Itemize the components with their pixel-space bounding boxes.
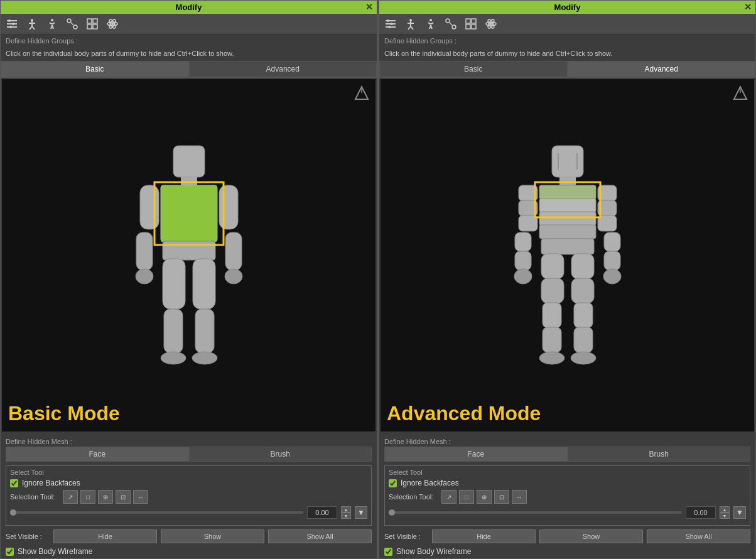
right-sel-btn-4[interactable]: ⊡ [494,490,509,504]
toolbar-morph-icon[interactable] [65,16,80,31]
svg-rect-91 [571,278,594,303]
svg-rect-93 [543,327,561,352]
toolbar-sliders-icon[interactable] [4,16,19,31]
right-show-btn[interactable]: Show [539,529,643,543]
left-wireframe-checkbox[interactable] [6,548,14,556]
right-close-button[interactable]: ✕ [744,2,752,12]
right-toolbar-atom-icon[interactable] [483,16,499,31]
left-sel-btn-4[interactable]: ⊡ [116,490,131,504]
right-ignore-backfaces-checkbox[interactable] [389,479,397,487]
right-arrow-down[interactable]: ▼ [733,506,746,519]
left-show-all-btn[interactable]: Show All [268,529,372,543]
right-sel-btn-2[interactable]: □ [459,490,474,504]
left-close-button[interactable]: ✕ [365,2,373,12]
left-slider[interactable] [10,511,303,514]
left-selection-tool-label: Selection Tool: [10,493,60,501]
right-wireframe-checkbox[interactable] [384,548,392,556]
svg-rect-89 [541,278,564,303]
left-sel-btn-5[interactable]: ↔ [133,490,148,504]
svg-point-47 [391,23,393,25]
right-toolbar-morph-icon[interactable] [443,16,458,31]
left-instruction: Click on the individual body parts of du… [1,47,377,61]
svg-rect-70 [559,176,576,185]
svg-point-38 [161,352,186,364]
right-brush-tab[interactable]: Brush [568,447,751,462]
svg-rect-88 [541,254,564,279]
left-spin-down[interactable]: ▼ [341,513,351,519]
right-toolbar-sliders-icon[interactable] [383,16,398,31]
right-sel-btn-1[interactable]: ↗ [441,490,456,504]
right-selection-tool-label: Selection Tool: [389,493,439,501]
right-sel-btn-5[interactable]: ↔ [512,490,527,504]
left-spin-up[interactable]: ▲ [341,506,351,513]
right-tab-advanced[interactable]: Advanced [568,61,756,77]
svg-rect-36 [164,309,183,353]
left-show-btn[interactable]: Show [161,529,264,543]
right-spin-down[interactable]: ▼ [720,513,730,519]
svg-rect-95 [574,327,593,352]
right-toolbar-pose-icon[interactable] [423,16,438,31]
svg-rect-37 [195,309,214,353]
left-hide-btn[interactable]: Hide [53,529,157,543]
left-select-tool-title: Select Tool [10,469,367,476]
left-ignore-backfaces-row: Ignore Backfaces [10,479,367,487]
svg-rect-90 [571,254,594,279]
right-toolbar-figure-icon[interactable] [403,16,418,31]
left-tab-advanced[interactable]: Advanced [189,61,377,77]
right-sel-btn-3[interactable]: ⊕ [477,490,492,504]
right-value-box: 0.00 [686,506,716,519]
left-title-bar: Modify ✕ [1,1,377,14]
left-panel: Modify ✕ Define Hidden Groups : Click on… [0,0,377,559]
left-tab-basic[interactable]: Basic [1,61,189,77]
svg-point-15 [73,25,77,29]
svg-rect-28 [219,185,238,229]
right-dummy-figure [499,139,637,372]
right-spin-up[interactable]: ▲ [720,506,730,513]
left-title: Modify [176,3,202,12]
right-toolbar-texture-icon[interactable] [463,16,478,31]
svg-rect-84 [604,251,620,270]
left-view-tabs: Basic Advanced [1,61,377,78]
svg-rect-72 [539,198,596,212]
svg-rect-35 [193,259,215,309]
svg-rect-73 [539,212,596,225]
right-ignore-backfaces-label: Ignore Backfaces [401,479,459,487]
left-arrow-down[interactable]: ▼ [355,506,367,519]
svg-rect-82 [515,251,531,270]
left-brush-tab[interactable]: Brush [189,447,372,462]
right-face-tab[interactable]: Face [384,447,568,462]
right-hide-btn[interactable]: Hide [432,529,536,543]
svg-rect-67 [552,146,583,177]
svg-point-85 [514,269,532,284]
svg-rect-27 [140,185,159,229]
svg-point-5 [9,26,12,28]
toolbar-figure-icon[interactable] [24,16,40,31]
right-selection-tool-row: Selection Tool: ↗ □ ⊕ ⊡ ↔ [389,490,746,504]
left-sel-btn-1[interactable]: ↗ [63,490,78,504]
left-bottom-panel: Define Hidden Mesh : Face Brush Select T… [1,433,377,558]
left-ignore-backfaces-checkbox[interactable] [10,479,18,487]
toolbar-atom-icon[interactable] [105,16,120,31]
right-show-all-btn[interactable]: Show All [647,529,750,543]
toolbar-pose-icon[interactable] [45,16,60,31]
svg-rect-74 [539,225,596,239]
right-tab-basic[interactable]: Basic [379,61,568,77]
left-sel-btn-3[interactable]: ⊕ [98,490,113,504]
svg-point-49 [409,19,412,21]
right-bottom-panel: Define Hidden Mesh : Face Brush Select T… [379,433,755,558]
svg-rect-34 [163,259,185,309]
right-viewport: Advanced Mode [381,79,754,431]
svg-rect-94 [574,303,593,328]
left-viewport-icon [353,84,370,105]
svg-point-31 [136,269,153,284]
left-face-tab[interactable]: Face [6,447,189,462]
svg-line-56 [431,25,432,29]
right-section-label: Define Hidden Groups : [379,35,755,47]
toolbar-texture-icon[interactable] [85,16,100,31]
svg-line-13 [52,25,53,29]
right-slider[interactable] [389,511,682,514]
svg-rect-83 [604,232,620,251]
left-sel-btn-2[interactable]: □ [80,490,95,504]
right-wireframe-row: Show Body Wireframe [384,547,750,556]
svg-point-32 [225,269,242,284]
